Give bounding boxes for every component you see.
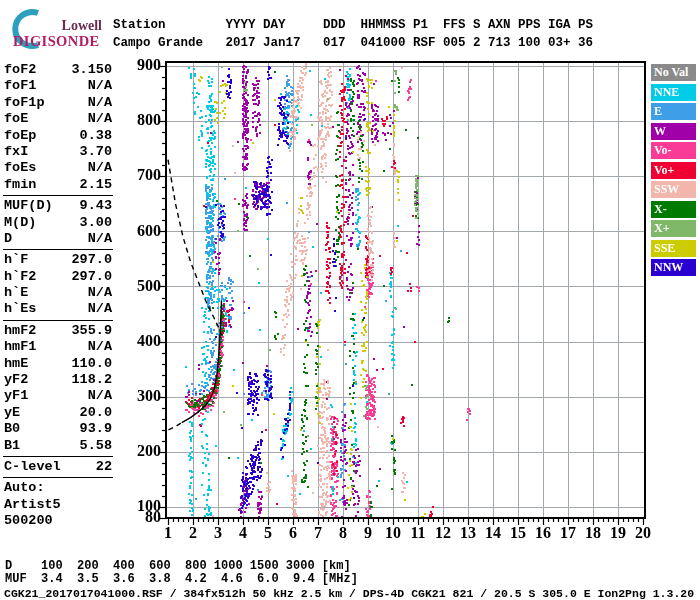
param-label: C-level	[4, 459, 61, 475]
footer-status-line: CGK21_2017017041000.RSF / 384fx512h 50 k…	[4, 587, 694, 600]
param-row: 500200	[4, 513, 112, 529]
dmuf-table: D 100 200 400 600 800 1000 1500 3000 [km…	[5, 560, 358, 585]
param-label: Auto:	[4, 480, 45, 496]
param-value: N/A	[88, 78, 112, 94]
param-value: N/A	[88, 160, 112, 176]
param-label: B1	[4, 438, 20, 454]
legend-item-no-val: No Val	[651, 64, 696, 81]
muf-row: MUF 3.4 3.5 3.6 3.8 4.2 4.6 6.0 9.4 [MHz…	[5, 572, 358, 586]
param-row: Artist5	[4, 497, 112, 513]
param-row: h`F297.0	[4, 252, 112, 268]
param-value: 20.0	[80, 405, 112, 421]
param-row: hmF1N/A	[4, 339, 112, 355]
param-value: N/A	[88, 231, 112, 247]
param-separator	[4, 193, 112, 198]
param-label: foF1	[4, 78, 36, 94]
param-label: hmE	[4, 356, 28, 372]
legend-item-ssw: SSW	[651, 181, 696, 198]
param-label: foE	[4, 111, 28, 127]
legend-item-w: W	[651, 123, 696, 140]
param-row: yF2118.2	[4, 372, 112, 388]
param-row: C-level22	[4, 459, 112, 475]
param-value: N/A	[88, 339, 112, 355]
param-value: 110.0	[71, 356, 112, 372]
param-label: foEp	[4, 128, 36, 144]
legend-item-sse: SSE	[651, 240, 696, 257]
param-value: 0.38	[80, 128, 112, 144]
param-row: B093.9	[4, 421, 112, 437]
velocity-direction-legend: No ValNNEEWVo-Vo+SSWX-X+SSENNW	[651, 64, 697, 279]
param-row: foF1pN/A	[4, 95, 112, 111]
param-separator	[4, 318, 112, 323]
param-label: Artist5	[4, 497, 61, 513]
param-value: N/A	[88, 388, 112, 404]
param-label: M(D)	[4, 215, 36, 231]
param-row: MUF(D)9.43	[4, 198, 112, 214]
param-label: yF2	[4, 372, 28, 388]
header-line1: Station YYYY DAY DDD HHMMSS P1 FFS S AXN…	[113, 18, 593, 32]
param-row: foF23.150	[4, 62, 112, 78]
param-row: B15.58	[4, 438, 112, 454]
param-label: B0	[4, 421, 20, 437]
param-separator	[4, 475, 112, 480]
legend-item-vo-: Vo-	[651, 142, 696, 159]
legend-item-vo+: Vo+	[651, 162, 696, 179]
param-row: h`EsN/A	[4, 301, 112, 317]
param-label: 500200	[4, 513, 53, 529]
param-label: MUF(D)	[4, 198, 53, 214]
param-label: yF1	[4, 388, 28, 404]
param-row: foF1N/A	[4, 78, 112, 94]
legend-item-nne: NNE	[651, 84, 696, 101]
param-value: 118.2	[71, 372, 112, 388]
param-value: 355.9	[71, 323, 112, 339]
legend-item-nnw: NNW	[651, 259, 696, 276]
param-separator	[4, 454, 112, 459]
param-label: foF2	[4, 62, 36, 78]
param-value: N/A	[88, 285, 112, 301]
param-label: fmin	[4, 177, 36, 193]
param-row: DN/A	[4, 231, 112, 247]
param-row: hmF2355.9	[4, 323, 112, 339]
logo-text-digisonde: DIGISONDE	[13, 33, 100, 50]
param-row: Auto:	[4, 480, 112, 496]
param-value: 9.43	[80, 198, 112, 214]
param-separator	[4, 247, 112, 252]
logo-text-lowell: Lowell	[4, 18, 102, 34]
param-row: yE20.0	[4, 405, 112, 421]
param-value: 5.58	[80, 438, 112, 454]
param-value: 3.00	[80, 215, 112, 231]
param-label: foEs	[4, 160, 36, 176]
param-row: foEsN/A	[4, 160, 112, 176]
param-label: fxI	[4, 144, 28, 160]
ionogram-viewer: Lowell DIGISONDE Station YYYY DAY DDD HH…	[0, 0, 700, 600]
param-row: hmE110.0	[4, 356, 112, 372]
param-value: 2.15	[80, 177, 112, 193]
header-line2: Campo Grande 2017 Jan17 017 041000 RSF 0…	[113, 36, 593, 50]
param-row: fmin2.15	[4, 177, 112, 193]
param-value: 3.70	[80, 144, 112, 160]
param-value: 3.150	[71, 62, 112, 78]
param-row: yF1N/A	[4, 388, 112, 404]
param-value: N/A	[88, 111, 112, 127]
legend-item-e: E	[651, 103, 696, 120]
lowell-digisonde-logo: Lowell DIGISONDE	[4, 6, 112, 50]
param-row: fxI3.70	[4, 144, 112, 160]
param-row: M(D)3.00	[4, 215, 112, 231]
param-label: h`E	[4, 285, 28, 301]
param-value: 297.0	[71, 252, 112, 268]
param-label: D	[4, 231, 12, 247]
param-row: h`EN/A	[4, 285, 112, 301]
param-value: N/A	[88, 301, 112, 317]
parameter-panel: foF23.150foF1N/AfoF1pN/AfoEN/AfoEp0.38fx…	[4, 62, 112, 530]
header-block: Station YYYY DAY DDD HHMMSS P1 FFS S AXN…	[113, 16, 593, 52]
param-value: 22	[96, 459, 112, 475]
param-label: h`Es	[4, 301, 36, 317]
param-row: foEN/A	[4, 111, 112, 127]
param-value: N/A	[88, 95, 112, 111]
param-label: yE	[4, 405, 20, 421]
param-label: h`F	[4, 252, 28, 268]
param-label: foF1p	[4, 95, 45, 111]
param-label: hmF2	[4, 323, 36, 339]
param-row: foEp0.38	[4, 128, 112, 144]
param-label: hmF1	[4, 339, 36, 355]
